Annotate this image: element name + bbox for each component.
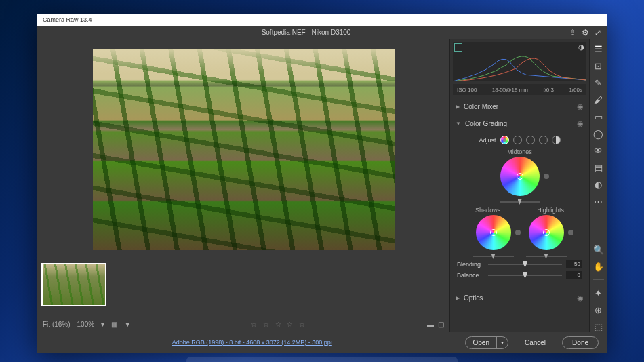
radial-icon[interactable]: ◯ (593, 128, 604, 139)
preset-icon[interactable]: ◐ (593, 179, 604, 190)
zoom-dropdown-icon[interactable]: ▾ (101, 321, 104, 328)
adjust-selector: Adjust (457, 136, 582, 144)
target-icon[interactable]: ⊕ (593, 304, 604, 315)
highlights-sat-dot[interactable] (568, 230, 573, 235)
histogram-info: ISO 100 18-55@18 mm f/6.3 1/60s (453, 84, 586, 95)
blending-slider[interactable] (488, 264, 562, 265)
gradient-icon[interactable]: ▭ (593, 111, 604, 122)
adjust-highlights-icon[interactable] (539, 136, 548, 144)
adjust-midtones-icon[interactable] (526, 136, 535, 144)
settings-gear-icon[interactable]: ⚙ (582, 28, 589, 37)
visibility-icon[interactable]: ◉ (577, 102, 584, 111)
zoom-icon[interactable]: 🔍 (593, 244, 604, 255)
midtones-label: Midtones (457, 148, 582, 155)
lens-value: 18-55@18 mm (492, 87, 528, 93)
highlight-clip-icon[interactable]: ◑ (577, 43, 585, 52)
panel-title: Optics (464, 294, 483, 302)
filter-icon[interactable]: ▼ (124, 321, 131, 328)
footer: Adobe RGB (1998) - 8 bit - 4608 x 3072 (… (37, 332, 607, 353)
tool-sidebar: ☰ ⊡ ✎ 🖌 ▭ ◯ 👁 ▤ ◐ ⋯ 🔍 ✋ ✦ ⊕ ⬚ (589, 39, 607, 332)
heal-brush-icon[interactable]: ✎ (593, 77, 604, 88)
preview-area[interactable] (37, 39, 449, 260)
midtones-sat-dot[interactable] (544, 174, 549, 179)
chevron-down-icon: ▼ (456, 121, 461, 127)
iso-value: ISO 100 (457, 87, 477, 93)
app-title: Camera Raw 13.4 (43, 16, 92, 23)
panel-head-color-grading[interactable]: ▼ Color Grading ◉ (450, 115, 589, 132)
panel-head-color-mixer[interactable]: ▶ Color Mixer ◉ (450, 98, 589, 115)
preview-image (93, 49, 395, 250)
edit-sliders-icon[interactable]: ☰ (593, 43, 604, 54)
balance-label: Balance (457, 272, 484, 279)
chevron-right-icon: ▶ (456, 295, 460, 301)
highlights-wheel[interactable] (529, 215, 564, 250)
hand-icon[interactable]: ✋ (593, 261, 604, 272)
header: Softpedia.NEF - Nikon D3100 ⇪ ⚙ ⤢ (37, 26, 607, 39)
done-button[interactable]: Done (562, 336, 599, 349)
adjust-global-icon[interactable] (552, 136, 561, 144)
filename: Softpedia.NEF (262, 28, 306, 36)
panel-color-grading: ▼ Color Grading ◉ Adjust Mi (450, 115, 589, 289)
workflow-options-link[interactable]: Adobe RGB (1998) - 8 bit - 4608 x 3072 (… (45, 339, 458, 346)
shadows-sat-dot[interactable] (515, 230, 521, 235)
grid-icon[interactable]: ▦ (111, 321, 117, 328)
open-dropdown-icon: ▾ (497, 338, 508, 348)
visibility-icon[interactable]: ◉ (577, 294, 584, 302)
os-taskbar[interactable] (186, 357, 458, 362)
color-grading-body: Adjust Midtones (450, 132, 589, 289)
left-pane: Fit (16%) 100% ▾ ▦ ▼ ☆ ☆ ☆ ☆ ☆ ▬ ◫ (37, 39, 449, 332)
panel-title: Color Grading (465, 120, 507, 127)
brush-icon[interactable]: 🖌 (593, 94, 604, 105)
bottom-toolbar: Fit (16%) 100% ▾ ▦ ▼ ☆ ☆ ☆ ☆ ☆ ▬ ◫ (37, 317, 449, 332)
chevron-right-icon: ▶ (456, 104, 460, 110)
toggle-icon[interactable]: ⬚ (593, 321, 604, 332)
histogram[interactable]: ◑ (453, 42, 586, 81)
zoom-100[interactable]: 100% (77, 321, 95, 328)
panel-head-optics[interactable]: ▶ Optics ◉ (450, 289, 589, 306)
adjust-shadows-icon[interactable] (513, 136, 522, 144)
crop-icon[interactable]: ⊡ (593, 60, 604, 71)
fullscreen-icon[interactable]: ⤢ (595, 28, 601, 37)
open-button[interactable]: Open▾ (465, 336, 508, 349)
separator (593, 279, 604, 280)
cancel-button[interactable]: Cancel (515, 337, 555, 348)
visibility-icon[interactable]: ◉ (577, 119, 584, 128)
panel-title: Color Mixer (464, 103, 498, 110)
shadow-clip-icon[interactable] (454, 43, 462, 52)
adjust-all-icon[interactable] (500, 136, 509, 144)
blending-row: Blending 50 (457, 260, 582, 268)
share-icon[interactable]: ⇪ (569, 28, 576, 37)
shadows-luminance-slider[interactable] (473, 256, 514, 257)
balance-value[interactable]: 0 (566, 271, 582, 279)
balance-row: Balance 0 (457, 271, 582, 279)
shadows-wheel[interactable] (476, 215, 511, 250)
blending-label: Blending (457, 261, 484, 268)
sampler-icon[interactable]: ✦ (593, 287, 604, 298)
rating-stars[interactable]: ☆ ☆ ☆ ☆ ☆ (138, 321, 420, 328)
highlights-label: Highlights (537, 207, 564, 214)
midtones-wheel[interactable] (500, 157, 540, 196)
midtones-luminance-slider[interactable] (500, 201, 540, 203)
single-view-icon[interactable]: ▬ (427, 321, 434, 328)
balance-slider[interactable] (488, 275, 562, 276)
titlebar[interactable]: Camera Raw 13.4 (37, 14, 607, 26)
adjust-label: Adjust (479, 137, 496, 144)
blending-value[interactable]: 50 (566, 260, 582, 268)
camera-raw-window: Camera Raw 13.4 Softpedia.NEF - Nikon D3… (37, 14, 607, 353)
right-panel: ◑ ISO 100 18-55@18 mm f/6.3 1/60s ▶ (449, 39, 589, 332)
highlights-luminance-slider[interactable] (526, 256, 567, 257)
shutter-value: 1/60s (569, 87, 582, 93)
main: Fit (16%) 100% ▾ ▦ ▼ ☆ ☆ ☆ ☆ ☆ ▬ ◫ (37, 39, 607, 332)
panel-optics: ▶ Optics ◉ (450, 289, 589, 306)
snapshot-icon[interactable]: ▤ (593, 162, 604, 173)
aperture-value: f/6.3 (543, 87, 554, 93)
filmstrip[interactable] (37, 260, 449, 317)
file-title: Softpedia.NEF - Nikon D3100 (43, 28, 569, 36)
content: Softpedia.NEF - Nikon D3100 ⇪ ⚙ ⤢ (37, 26, 607, 353)
thumbnail[interactable] (41, 263, 106, 306)
compare-view-icon[interactable]: ◫ (438, 321, 444, 328)
shadows-label: Shadows (475, 207, 500, 214)
more-icon[interactable]: ⋯ (593, 196, 604, 207)
redeye-icon[interactable]: 👁 (593, 145, 604, 156)
zoom-fit[interactable]: Fit (16%) (43, 321, 71, 328)
